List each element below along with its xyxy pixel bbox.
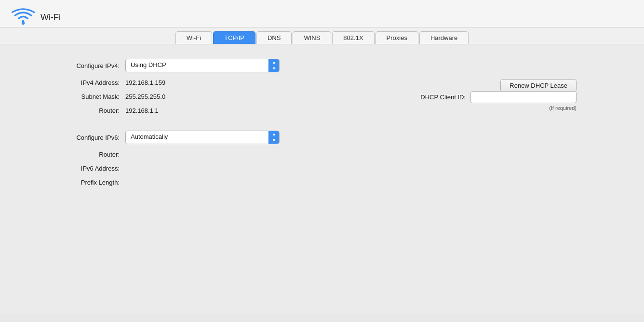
subnet-mask-row: Subnet Mask: 255.255.255.0 DHCP Client I… [29, 93, 615, 100]
configure-ipv4-select[interactable]: Using DHCP ▲ ▼ [125, 59, 280, 72]
tab-hardware[interactable]: Hardware [419, 31, 469, 44]
dhcp-client-row: DHCP Client ID: [420, 91, 577, 103]
svg-point-0 [22, 22, 25, 25]
router-label: Router: [29, 107, 125, 114]
arrow-up-icon: ▲ [272, 59, 276, 66]
router-value: 192.168.1.1 [125, 107, 159, 114]
configure-ipv4-arrows[interactable]: ▲ ▼ [268, 59, 279, 72]
prefix-length-label: Prefix Length: [29, 179, 125, 186]
header: Wi-Fi [0, 0, 644, 27]
configure-ipv6-select[interactable]: Automatically ▲ ▼ [125, 131, 280, 144]
renew-dhcp-lease-button[interactable]: Renew DHCP Lease [500, 79, 577, 92]
content-area: Configure IPv4: Using DHCP ▲ ▼ IPv4 Addr… [0, 44, 644, 314]
wifi-icon [12, 8, 35, 27]
tab-proxies[interactable]: Proxies [376, 31, 418, 44]
tab-dns[interactable]: DNS [256, 31, 292, 44]
arrow-up-icon-2: ▲ [272, 131, 276, 137]
tab-wins[interactable]: WINS [293, 31, 331, 44]
page-title: Wi-Fi [40, 13, 61, 23]
configure-ipv4-value: Using DHCP [126, 59, 268, 72]
ipv6-address-row: IPv6 Address: [29, 165, 615, 172]
dhcp-client-id-label: DHCP Client ID: [420, 94, 466, 101]
configure-ipv4-label: Configure IPv4: [29, 62, 125, 69]
ipv4-address-label: IPv4 Address: [29, 79, 125, 86]
configure-ipv4-row: Configure IPv4: Using DHCP ▲ ▼ [29, 59, 615, 72]
tab-tcpip[interactable]: TCP/IP [213, 31, 255, 44]
configure-ipv6-label: Configure IPv6: [29, 134, 125, 141]
router6-label: Router: [29, 151, 125, 158]
ipv4-address-row: IPv4 Address: 192.168.1.159 Renew DHCP L… [29, 79, 615, 86]
arrow-down-icon-2: ▼ [272, 137, 276, 144]
tab-8021x[interactable]: 802.1X [332, 31, 374, 44]
dhcp-client-id-input[interactable] [470, 91, 577, 103]
configure-ipv6-row: Configure IPv6: Automatically ▲ ▼ [29, 131, 615, 144]
tabs-bar: Wi-Fi TCP/IP DNS WINS 802.1X Proxies Har… [0, 27, 644, 44]
prefix-length-row: Prefix Length: [29, 179, 615, 186]
subnet-mask-label: Subnet Mask: [29, 93, 125, 100]
ipv4-address-value: 192.168.1.159 [125, 79, 165, 86]
if-required-text: (If required) [549, 105, 577, 111]
configure-ipv6-arrows[interactable]: ▲ ▼ [268, 131, 279, 144]
subnet-mask-value: 255.255.255.0 [125, 93, 165, 100]
router6-row: Router: [29, 151, 615, 158]
arrow-down-icon: ▼ [272, 66, 276, 72]
configure-ipv6-value: Automatically [126, 131, 268, 144]
ipv6-address-label: IPv6 Address: [29, 165, 125, 172]
tab-wifi[interactable]: Wi-Fi [175, 31, 212, 44]
